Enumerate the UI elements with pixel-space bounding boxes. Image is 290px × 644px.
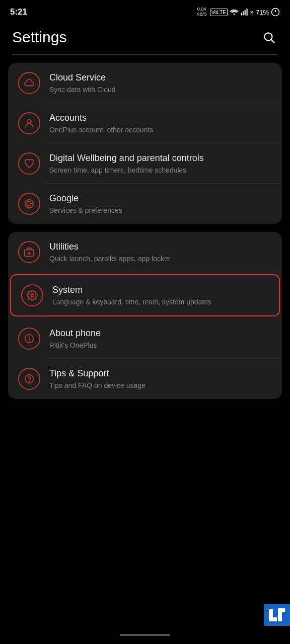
about-phone-title: About phone [49, 328, 272, 339]
settings-item-accounts[interactable]: Accounts OnePlus account, other accounts [8, 103, 282, 143]
utilities-subtitle: Quick launch, parallel apps, app locker [49, 254, 272, 263]
google-icon [24, 198, 35, 209]
bottom-nav-indicator [120, 634, 170, 636]
briefcase-icon [24, 247, 35, 258]
digital-wellbeing-title: Digital Wellbeing and parental controls [49, 152, 272, 164]
tips-support-icon-circle [18, 368, 40, 390]
watermark-icon [268, 607, 286, 622]
header: Settings [0, 22, 290, 54]
wifi-icon [230, 9, 239, 16]
svg-line-6 [271, 40, 274, 43]
utilities-title: Utilities [49, 241, 272, 253]
page-title: Settings [12, 29, 66, 46]
cloud-icon [24, 77, 35, 89]
svg-point-12 [31, 294, 34, 297]
settings-item-tips-support[interactable]: Tips & Support Tips and FAQ on device us… [8, 359, 282, 399]
svg-point-7 [27, 120, 31, 123]
cloud-service-text: Cloud Service Sync data with Cloud [49, 72, 272, 94]
system-text: System Language & keyboard, time, reset,… [52, 284, 269, 306]
tips-support-subtitle: Tips and FAQ on device usage [49, 381, 272, 390]
cloud-service-icon-circle [18, 72, 40, 94]
signal-icon [241, 9, 248, 16]
search-button[interactable] [260, 28, 278, 46]
info-icon [24, 333, 35, 344]
settings-item-cloud-service[interactable]: Cloud Service Sync data with Cloud [8, 63, 282, 103]
system-title: System [52, 284, 269, 296]
accounts-icon-circle [18, 112, 40, 134]
search-icon [262, 31, 275, 44]
svg-rect-1 [243, 12, 244, 16]
question-icon [24, 373, 35, 384]
system-icon-circle [21, 284, 43, 306]
system-subtitle: Language & keyboard, time, reset, system… [52, 297, 269, 306]
status-bar: 5:21 0.04 KB/S VoLTE ✕ 71% [0, 0, 290, 22]
digital-wellbeing-text: Digital Wellbeing and parental controls … [49, 152, 272, 175]
settings-item-about-phone[interactable]: About phone Ritik's OnePlus [8, 318, 282, 359]
status-time: 5:21 [10, 7, 27, 17]
battery-icon [271, 8, 280, 17]
no-sim-icon: ✕ [250, 10, 254, 15]
gear-icon [27, 290, 38, 301]
svg-rect-0 [241, 13, 242, 15]
svg-rect-2 [245, 10, 246, 16]
google-title: Google [49, 193, 272, 204]
accounts-text: Accounts OnePlus account, other accounts [49, 112, 272, 134]
cloud-service-title: Cloud Service [49, 72, 272, 84]
svg-rect-3 [246, 9, 247, 16]
about-phone-subtitle: Ritik's OnePlus [49, 341, 272, 350]
settings-item-system[interactable]: System Language & keyboard, time, reset,… [10, 274, 280, 316]
google-subtitle: Services & preferences [49, 206, 272, 215]
about-phone-text: About phone Ritik's OnePlus [49, 328, 272, 350]
settings-group-2: Utilities Quick launch, parallel apps, a… [8, 232, 282, 399]
bottom-nav [0, 626, 290, 644]
tips-support-title: Tips & Support [49, 368, 272, 379]
heart-icon [24, 158, 35, 169]
google-icon-circle [18, 193, 40, 215]
person-icon [24, 118, 35, 129]
watermark [264, 604, 290, 626]
accounts-subtitle: OnePlus account, other accounts [49, 125, 272, 134]
settings-item-google[interactable]: Google Services & preferences [8, 184, 282, 224]
volte-icon: VoLTE [210, 9, 228, 16]
settings-group-1: Cloud Service Sync data with Cloud Accou… [8, 63, 282, 224]
tips-support-text: Tips & Support Tips and FAQ on device us… [49, 368, 272, 390]
google-text: Google Services & preferences [49, 193, 272, 215]
settings-item-utilities[interactable]: Utilities Quick launch, parallel apps, a… [8, 232, 282, 272]
utilities-icon-circle [18, 241, 40, 263]
battery-text: 71% [256, 9, 269, 16]
top-divider [12, 54, 278, 55]
status-icons: 0.04 KB/S VoLTE ✕ 71% [196, 7, 280, 17]
utilities-text: Utilities Quick launch, parallel apps, a… [49, 241, 272, 263]
data-speed: 0.04 KB/S [196, 7, 207, 17]
digital-wellbeing-icon-circle [18, 152, 40, 175]
cloud-service-subtitle: Sync data with Cloud [49, 85, 272, 94]
digital-wellbeing-subtitle: Screen time, app timers, bedtime schedul… [49, 166, 272, 175]
accounts-title: Accounts [49, 112, 272, 124]
settings-item-digital-wellbeing[interactable]: Digital Wellbeing and parental controls … [8, 143, 282, 184]
about-phone-icon-circle [18, 328, 40, 350]
